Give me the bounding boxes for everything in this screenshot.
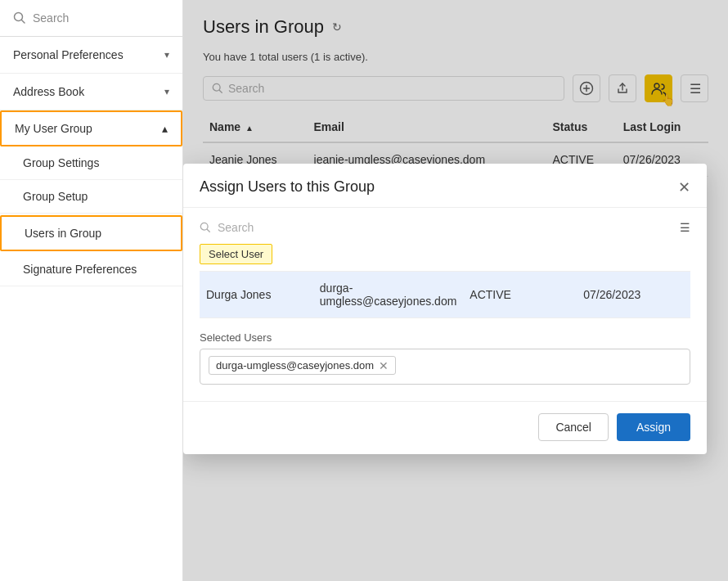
group-settings-label: Group Settings — [23, 156, 99, 169]
sidebar-item-signature-preferences[interactable]: Signature Preferences — [0, 253, 182, 286]
selected-users-box: durga-umgless@caseyjones.dom ✕ — [200, 349, 690, 385]
modal-body: Search ☰ Select User Durga Jones durga-u… — [183, 208, 707, 401]
assign-users-modal: Assign Users to this Group ✕ — [183, 164, 707, 454]
modal-user-last-login: 07/26/2023 — [577, 288, 690, 301]
modal-close-button[interactable]: ✕ — [678, 180, 690, 195]
personal-preferences-label: Personal Preferences — [13, 48, 124, 61]
sidebar-item-users-in-group[interactable]: Users in Group — [0, 215, 182, 251]
sidebar-item-my-user-group[interactable]: My User Group ▴ — [0, 110, 182, 146]
selected-user-tag: durga-umgless@caseyjones.dom ✕ — [209, 356, 396, 375]
search-icon — [13, 11, 26, 25]
my-user-group-label: My User Group — [15, 122, 92, 135]
users-in-group-label: Users in Group — [25, 227, 101, 240]
sidebar-search[interactable]: Search — [0, 0, 182, 37]
modal-title: Assign Users to this Group — [200, 178, 375, 196]
svg-line-1 — [22, 20, 25, 24]
modal-footer: Cancel Assign — [183, 401, 707, 454]
modal-user-status: ACTIVE — [463, 288, 577, 301]
modal-overlay: Assign Users to this Group ✕ — [183, 0, 728, 581]
main-content: Users in Group ↻ You have 1 total users … — [183, 0, 728, 581]
select-user-label: Select User — [200, 244, 272, 264]
selected-users-label: Selected Users — [200, 331, 690, 344]
sidebar-item-group-settings[interactable]: Group Settings — [0, 146, 182, 180]
chevron-down-icon: ▾ — [164, 49, 169, 61]
sidebar-item-address-book[interactable]: Address Book ▾ — [0, 74, 182, 110]
modal-header: Assign Users to this Group ✕ — [183, 164, 707, 208]
search-icon — [200, 222, 211, 233]
modal-user-name: Durga Jones — [200, 288, 313, 301]
svg-line-10 — [207, 229, 209, 232]
chevron-down-icon: ▾ — [164, 86, 169, 97]
group-setup-label: Group Setup — [23, 190, 88, 203]
sidebar-item-personal-preferences[interactable]: Personal Preferences ▾ — [0, 37, 182, 74]
tag-remove-button[interactable]: ✕ — [379, 360, 389, 372]
modal-user-email: durga-umgless@caseyjones.dom — [313, 281, 464, 308]
cancel-button[interactable]: Cancel — [538, 413, 609, 441]
modal-menu-icon[interactable]: ☰ — [680, 221, 690, 234]
tag-email: durga-umgless@caseyjones.dom — [216, 359, 374, 372]
sidebar-item-group-setup[interactable]: Group Setup — [0, 180, 182, 214]
address-book-label: Address Book — [13, 85, 84, 98]
assign-button[interactable]: Assign — [617, 413, 690, 441]
close-icon: ✕ — [678, 179, 690, 196]
modal-search-row: Search ☰ — [200, 221, 690, 234]
signature-preferences-label: Signature Preferences — [23, 263, 137, 276]
chevron-up-icon: ▴ — [162, 122, 168, 135]
modal-user-row[interactable]: Durga Jones durga-umgless@caseyjones.dom… — [200, 272, 690, 318]
modal-search[interactable]: Search — [200, 221, 254, 234]
sidebar-search-label: Search — [33, 11, 69, 25]
select-user-header: Select User — [200, 244, 690, 272]
modal-search-placeholder: Search — [218, 221, 254, 234]
sidebar: Search Personal Preferences ▾ Address Bo… — [0, 0, 183, 581]
